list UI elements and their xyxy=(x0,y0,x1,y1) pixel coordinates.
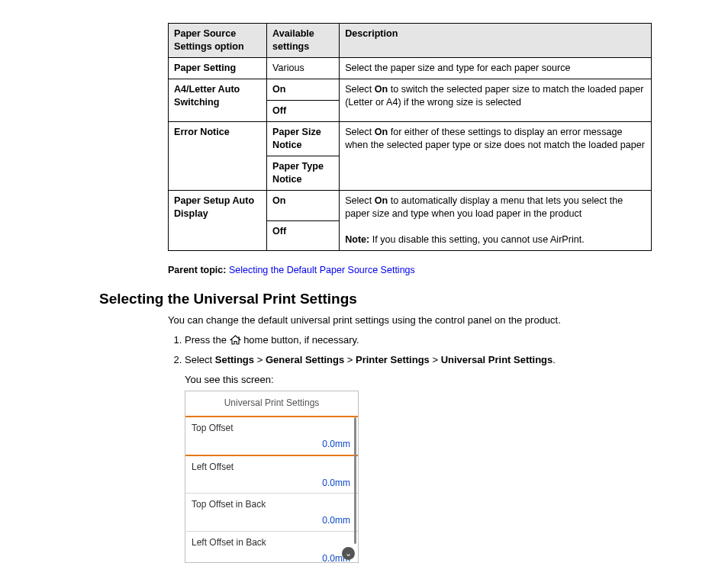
scroll-track[interactable] xyxy=(354,417,356,544)
device-row-value: 0.0mm xyxy=(192,476,350,491)
cell-setting: Paper Type Notice xyxy=(267,156,340,191)
device-list: Top Offset 0.0mm Left Offset 0.0mm Top O… xyxy=(185,416,358,562)
cell-description: Select On for either of these settings t… xyxy=(340,122,652,191)
table-header-option: Paper Source Settings option xyxy=(169,24,267,58)
section-title: Selecting the Universal Print Settings xyxy=(99,291,652,307)
device-screenshot: Universal Print Settings Top Offset 0.0m… xyxy=(185,391,359,563)
cell-setting: Paper Size Notice xyxy=(267,122,340,156)
step-2-followup: You see this screen: xyxy=(185,372,652,388)
device-row-value: 0.0mm xyxy=(192,513,350,528)
cell-setting: On xyxy=(267,191,340,221)
device-row-left-offset[interactable]: Left Offset 0.0mm xyxy=(185,456,358,494)
intro-text: You can change the default universal pri… xyxy=(168,314,652,328)
cell-option: A4/Letter Auto Switching xyxy=(169,79,267,122)
device-row-top-offset-back[interactable]: Top Offset in Back 0.0mm xyxy=(185,494,358,532)
scroll-down-icon[interactable]: ⌄ xyxy=(342,547,355,560)
table-row: Paper Setting Various Select the paper s… xyxy=(169,58,652,79)
cell-setting: On xyxy=(267,79,340,101)
device-row-left-offset-back[interactable]: Left Offset in Back 0.0mm xyxy=(185,532,358,562)
home-icon xyxy=(230,335,241,345)
device-row-label: Left Offset in Back xyxy=(192,537,266,548)
device-row-value: 0.0mm xyxy=(192,552,350,563)
device-row-label: Left Offset xyxy=(192,462,234,472)
cell-option: Paper Setup Auto Display xyxy=(169,191,267,251)
step-1: Press the home button, if necessary. xyxy=(185,333,652,348)
parent-topic: Parent topic: Selecting the Default Pape… xyxy=(168,265,652,275)
table-row: A4/Letter Auto Switching On Select On to… xyxy=(169,79,652,101)
device-row-label: Top Offset xyxy=(192,423,233,433)
table-header-description: Description xyxy=(340,24,652,58)
device-title: Universal Print Settings xyxy=(185,391,358,417)
step-2: Select Settings > General Settings > Pri… xyxy=(185,352,652,563)
device-row-top-offset[interactable]: Top Offset 0.0mm xyxy=(185,416,358,456)
device-row-value: 0.0mm xyxy=(192,437,350,452)
parent-topic-link[interactable]: Selecting the Default Paper Source Setti… xyxy=(229,265,415,275)
cell-option: Paper Setting xyxy=(169,58,267,79)
cell-description: Select the paper size and type for each … xyxy=(340,58,652,79)
cell-setting: Off xyxy=(267,220,340,251)
cell-description: Select On to switch the selected paper s… xyxy=(340,79,652,122)
cell-option: Error Notice xyxy=(169,122,267,191)
table-row: Error Notice Paper Size Notice Select On… xyxy=(169,122,652,156)
cell-setting: Off xyxy=(267,101,340,122)
cell-description: Select On to automatically display a men… xyxy=(340,191,652,251)
cell-setting: Various xyxy=(267,58,340,79)
paper-source-settings-table: Paper Source Settings option Available s… xyxy=(168,23,652,251)
table-header-settings: Available settings xyxy=(267,24,340,58)
steps-list: Press the home button, if necessary. Sel… xyxy=(168,333,652,563)
parent-topic-label: Parent topic: xyxy=(168,265,226,275)
table-row: Paper Setup Auto Display On Select On to… xyxy=(169,191,652,221)
device-row-label: Top Offset in Back xyxy=(192,499,266,510)
